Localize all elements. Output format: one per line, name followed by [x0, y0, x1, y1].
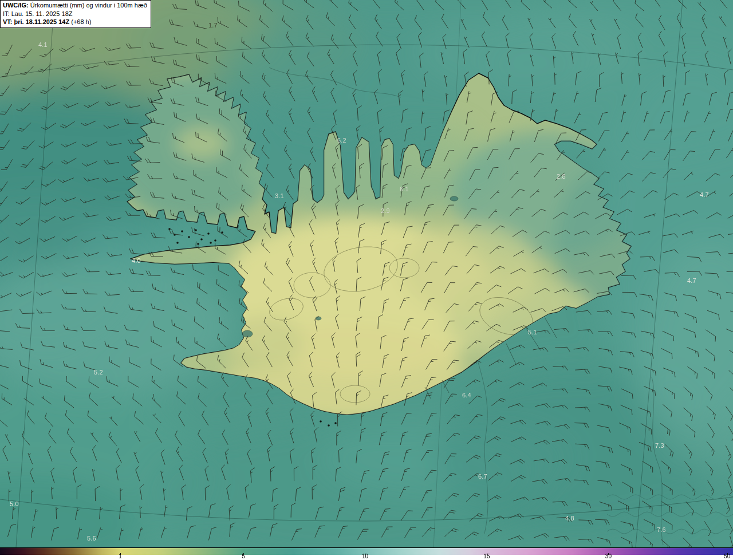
colorbar-tick-label: 30 — [605, 553, 612, 559]
colorbar-tick-label: 50 — [724, 553, 730, 559]
colorbar-labels: 1510153050 — [0, 555, 733, 560]
colorbar: 1510153050 — [0, 547, 733, 560]
forecast-header: UWC/IG: Úrkomumætti (mm) og vindur i 100… — [0, 0, 151, 28]
weather-map-app: 4.11.76.23.16.12.92.84.74.04.75.15.26.47… — [0, 0, 733, 560]
lead-time: (+68 h) — [69, 18, 91, 25]
model-name: UWC/IG: — [3, 2, 29, 9]
map-canvas — [0, 0, 733, 547]
init-time: IT: Lau. 15. 11. 2025 18Z — [3, 10, 147, 18]
valid-time: VT: þri. 18.11.2025 14Z — [3, 18, 69, 25]
colorbar-tick-label: 15 — [483, 553, 490, 559]
colorbar-tick-label: 10 — [362, 553, 368, 559]
colorbar-tick-label: 5 — [242, 553, 245, 559]
colorbar-tick-label: 1 — [119, 553, 122, 559]
header-line-title: UWC/IG: Úrkomumætti (mm) og vindur i 100… — [3, 1, 147, 10]
product-title: Úrkomumætti (mm) og vindur i 100m hæð — [29, 2, 147, 9]
header-line-valid: VT: þri. 18.11.2025 14Z (+68 h) — [3, 18, 147, 26]
